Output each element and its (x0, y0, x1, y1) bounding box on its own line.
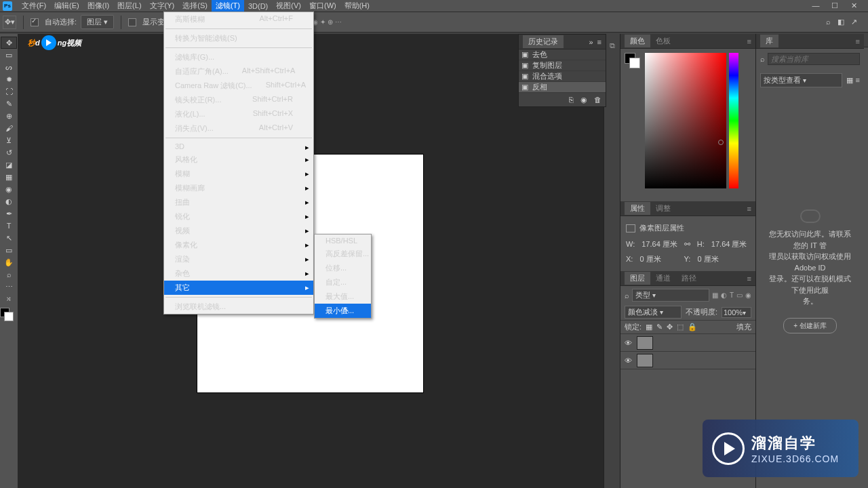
filter-last[interactable]: 高斯模糊Alt+Ctrl+F (164, 12, 313, 26)
healing-tool-icon[interactable]: ⊕ (1, 110, 17, 122)
crop-tool-icon[interactable]: ⛶ (1, 85, 17, 98)
panel-menu-icon[interactable]: ≡ (747, 205, 751, 213)
filter-render[interactable]: 渲染▸ (164, 252, 313, 266)
filter-gallery[interactable]: 滤镜库(G)... (164, 50, 313, 64)
stamp-tool-icon[interactable]: ⊻ (1, 134, 17, 146)
filter-type-icon[interactable]: T (730, 291, 734, 299)
panel-menu-icon[interactable]: ≡ (856, 37, 860, 45)
panel-menu-icon[interactable]: ≡ (597, 38, 601, 46)
eyedropper-tool-icon[interactable]: ✎ (1, 98, 17, 110)
color-fgbg[interactable] (625, 53, 641, 69)
history-item[interactable]: ▣复制图层 (519, 60, 606, 71)
filter-blur[interactable]: 模糊▸ (164, 167, 313, 181)
close-icon[interactable]: ✕ (849, 1, 859, 10)
pen-tool-icon[interactable]: ✒ (1, 207, 17, 220)
dock-history-icon[interactable]: ⧉ (606, 39, 619, 52)
history-item[interactable]: ▣反相 (519, 82, 606, 93)
share-icon[interactable]: ↗ (851, 18, 857, 26)
filter-browse[interactable]: 浏览联机滤镜... (164, 300, 313, 314)
filter-raw[interactable]: Camera Raw 滤镜(C)...Shift+Ctrl+A (164, 79, 313, 93)
workspace-icon[interactable]: ◧ (837, 18, 844, 26)
filter-stylize[interactable]: 风格化▸ (164, 152, 313, 167)
panel-menu-icon[interactable]: ≡ (747, 274, 751, 283)
filter-liquify[interactable]: 液化(L)...Shift+Ctrl+X (164, 107, 313, 121)
library-view-select[interactable]: 按类型查看 ▾ (760, 73, 842, 87)
menu-window[interactable]: 窗口(W) (305, 0, 340, 12)
menu-file[interactable]: 文件(F) (18, 0, 50, 12)
lock-art-icon[interactable]: ⬚ (677, 323, 684, 331)
blur-tool-icon[interactable]: ◉ (1, 183, 17, 195)
properties-tab[interactable]: 属性 (625, 202, 650, 215)
layer-item[interactable]: 👁 (620, 334, 755, 352)
h-value[interactable]: 17.64 厘米 (711, 238, 747, 251)
history-tab[interactable]: 历史记录 (523, 35, 564, 48)
filter-sharpen[interactable]: 锐化▸ (164, 209, 313, 224)
grid-view-icon[interactable]: ▦ (846, 76, 853, 85)
filter-other[interactable]: 其它▸ (164, 281, 313, 295)
minimize-icon[interactable]: — (811, 1, 821, 10)
hand-tool-icon[interactable]: ✋ (1, 256, 17, 268)
blend-mode[interactable]: 颜色减淡 ▾ (625, 306, 682, 319)
auto-select-checkbox[interactable] (31, 18, 41, 26)
color-picker-ring[interactable] (718, 140, 724, 145)
history-item[interactable]: ▣去色 (519, 49, 606, 60)
filter-icon[interactable]: ⌕ (625, 291, 629, 300)
lock-all-icon[interactable]: ▦ (646, 323, 652, 331)
swap-colors-icon[interactable]: ⤭ (1, 293, 17, 305)
filter-distort[interactable]: 扭曲▸ (164, 195, 313, 209)
filter-pixel-icon[interactable]: ▦ (712, 291, 718, 299)
show-transform-checkbox[interactable] (128, 18, 138, 26)
quick-select-tool-icon[interactable]: ✹ (1, 73, 17, 85)
background-swatch[interactable] (4, 312, 14, 321)
paths-tab[interactable]: 路径 (676, 272, 702, 285)
lock-pixel-icon[interactable]: ✎ (656, 323, 663, 331)
filter-shape-icon[interactable]: ▭ (736, 291, 743, 299)
menu-help[interactable]: 帮助(H) (340, 0, 374, 12)
filter-pixelate[interactable]: 像素化▸ (164, 238, 313, 252)
menu-3d[interactable]: 3D(D) (244, 1, 272, 12)
shape-tool-icon[interactable]: ▭ (1, 244, 17, 256)
filter-lens[interactable]: 镜头校正(R)...Shift+Ctrl+R (164, 93, 313, 107)
auto-select-target[interactable]: 图层 ▾ (81, 15, 114, 29)
marquee-tool-icon[interactable]: ▭ (1, 49, 17, 61)
other-offset[interactable]: 位移... (315, 261, 371, 275)
other-custom[interactable]: 自定... (315, 275, 371, 289)
filter-convert-smart[interactable]: 转换为智能滤镜(S) (164, 31, 313, 45)
filter-noise[interactable]: 杂色▸ (164, 266, 313, 281)
w-value[interactable]: 17.64 厘米 (642, 238, 677, 251)
search-icon[interactable]: ⌕ (826, 18, 831, 26)
menu-type[interactable]: 文字(Y) (146, 0, 179, 12)
filter-smart-icon[interactable]: ◉ (745, 291, 751, 299)
menu-edit[interactable]: 编辑(E) (50, 0, 83, 12)
new-doc-icon[interactable]: ⎘ (569, 96, 574, 104)
list-view-icon[interactable]: ≡ (856, 76, 860, 85)
color-field[interactable] (645, 53, 726, 188)
menu-filter[interactable]: 滤镜(T) (212, 0, 244, 12)
dodge-tool-icon[interactable]: ◐ (1, 195, 17, 207)
menu-layer[interactable]: 图层(L) (113, 0, 145, 12)
brush-tool-icon[interactable]: 🖌 (1, 122, 17, 134)
menu-image[interactable]: 图像(I) (83, 0, 113, 12)
link-icon[interactable]: ⚯ (684, 238, 690, 251)
zoom-tool-icon[interactable]: ⌕ (1, 268, 17, 281)
eraser-tool-icon[interactable]: ◪ (1, 159, 17, 171)
history-item[interactable]: ▣混合选项 (519, 71, 606, 82)
visibility-icon[interactable]: 👁 (623, 357, 633, 365)
adjust-tab[interactable]: 调整 (650, 202, 676, 215)
move-tool-icon[interactable]: ✥ (1, 37, 17, 49)
swatch-tab[interactable]: 色板 (650, 35, 676, 47)
layer-filter-type[interactable]: 类型 ▾ (632, 289, 709, 302)
type-tool-icon[interactable]: T (1, 220, 17, 232)
filter-video[interactable]: 视频▸ (164, 224, 313, 238)
color-swatches[interactable] (0, 308, 15, 323)
create-library-button[interactable]: + 创建新库 (783, 318, 837, 333)
hue-strip[interactable] (729, 53, 738, 188)
menu-view[interactable]: 视图(V) (272, 0, 305, 12)
x-value[interactable]: 0 厘米 (639, 253, 660, 266)
history-brush-tool-icon[interactable]: ↺ (1, 146, 17, 159)
filter-adjust-icon[interactable]: ◐ (721, 291, 727, 299)
other-highpass[interactable]: 高反差保留... (315, 247, 371, 261)
y-value[interactable]: 0 厘米 (697, 253, 718, 266)
opacity-value[interactable]: 100%▾ (722, 307, 751, 318)
panel-menu-icon[interactable]: ≡ (747, 37, 751, 45)
